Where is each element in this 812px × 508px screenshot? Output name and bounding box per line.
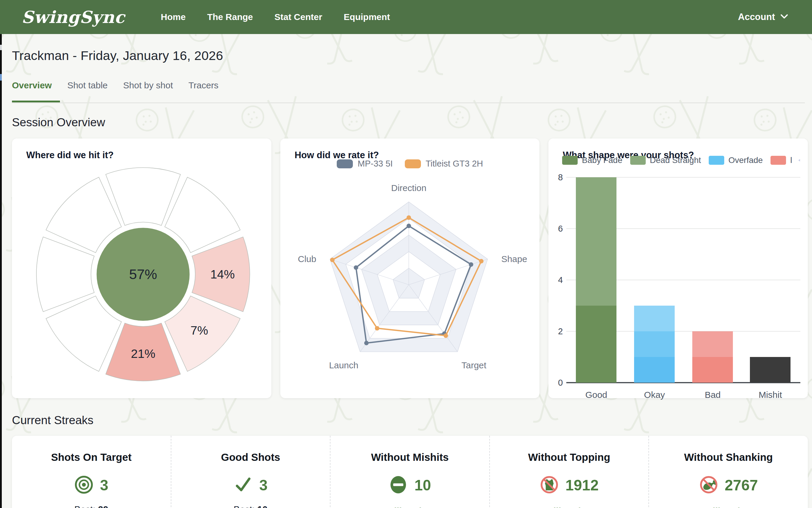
radar-point (354, 265, 358, 270)
page-title: Trackman - Friday, January 16, 2026 (12, 48, 808, 63)
x-category-label: Bad (683, 390, 742, 400)
legend-item-mp33[interactable]: MP-33 5I (337, 159, 393, 169)
nav-links: Home The Range Stat Center Equipment (161, 12, 390, 22)
y-tick-label: 0 (550, 378, 563, 388)
wheel-center-label: 57% (129, 266, 157, 282)
account-menu[interactable]: Account (738, 12, 788, 23)
chevron-down-icon (780, 14, 788, 20)
streak-status: Still Active! (649, 506, 808, 508)
bar-mishit[interactable] (750, 357, 790, 383)
card-title: Where did we hit it? (26, 150, 114, 161)
radar-point (479, 259, 483, 263)
bar-bad[interactable] (692, 331, 733, 383)
streak-without-shanking: Without Shanking 2767 (648, 436, 808, 508)
bar-segment[interactable] (634, 357, 675, 383)
legend-swatch (405, 159, 421, 168)
impact-wheel-chart: 14%7%21%57% (12, 138, 271, 398)
radar-point (330, 258, 334, 262)
nav-item-home[interactable]: Home (161, 12, 186, 22)
x-category-label: Good (566, 390, 626, 400)
sector-percent-label: 21% (131, 347, 155, 361)
legend-swatch (709, 156, 724, 165)
radar-axis-label: Shape (501, 254, 527, 264)
bar-segment[interactable] (750, 357, 790, 383)
bar-good[interactable] (576, 177, 616, 383)
account-label: Account (738, 12, 775, 23)
streak-value: 10 (414, 477, 431, 494)
nav-item-the-range[interactable]: The Range (207, 12, 253, 22)
tab-shot-table[interactable]: Shot table (67, 80, 108, 102)
streak-title: Good Shots (171, 451, 330, 463)
streaks-title: Current Streaks (12, 414, 808, 427)
streak-status: Still Active! (490, 506, 649, 508)
section-title: Session Overview (12, 116, 808, 129)
tab-tracers[interactable]: Tracers (188, 80, 218, 102)
nav-item-equipment[interactable]: Equipment (344, 12, 390, 22)
legend-label: MP-33 5I (358, 159, 393, 169)
wheel-sector-bottom-left[interactable] (46, 296, 122, 371)
legend-label: Titleist GT3 2H (426, 159, 483, 169)
streak-title: Without Shanking (649, 451, 808, 463)
bar-segment[interactable] (576, 177, 616, 306)
y-tick-label: 4 (550, 275, 563, 285)
nav-item-stat-center[interactable]: Stat Center (274, 12, 322, 22)
streaks-row: Shots On Target 3 Best: 29 Good Shots (12, 436, 808, 508)
card-how-did-we-rate-it: How did we rate it? MP-33 5I Titleist GT… (280, 138, 540, 398)
legend-swatch (630, 156, 646, 165)
swingsync-logo[interactable]: SwingSync (22, 7, 125, 27)
legend-item-dead-straight[interactable]: Dead Straight (630, 156, 701, 165)
target-icon (74, 475, 93, 496)
bar-segment[interactable] (576, 306, 616, 383)
legend-item-titleist[interactable]: Titleist GT3 2H (405, 159, 483, 169)
top-navbar: SwingSync Home The Range Stat Center Equ… (0, 0, 812, 34)
radar-point (407, 223, 411, 228)
bar-segment[interactable] (634, 306, 675, 331)
streak-title: Without Mishits (331, 451, 489, 463)
minus-circle-icon (389, 475, 408, 496)
legend-item-baby-fade[interactable]: Baby Fade (562, 156, 622, 165)
streak-value: 1912 (565, 477, 599, 494)
bar-segment[interactable] (634, 331, 675, 357)
legend-swatch (337, 159, 353, 168)
card-shot-shapes: What shape were your shots? Baby Fade De… (548, 138, 808, 398)
radar-point (375, 326, 379, 330)
radar-point (407, 215, 411, 220)
pager-prev-icon[interactable] (796, 156, 800, 164)
radar-point (469, 262, 473, 267)
tab-shot-by-shot[interactable]: Shot by shot (123, 80, 173, 102)
streak-value: 2767 (725, 477, 758, 494)
streak-title: Shots On Target (12, 451, 171, 463)
streak-status: Still Active! (331, 506, 489, 508)
legend-label: Baby Fade (582, 156, 622, 165)
streak-value: 3 (259, 477, 267, 494)
streak-best: Best: 29 (12, 504, 171, 508)
streak-without-topping: Without Topping 1912 Still Active! This … (489, 436, 649, 508)
tab-overview[interactable]: Overview (12, 80, 52, 102)
x-category-label: Mishit (740, 390, 800, 400)
streak-good-shots: Good Shots 3 Best: 10 (171, 436, 330, 508)
no-ham-icon (699, 475, 718, 496)
radar-point (364, 341, 369, 345)
y-tick-label: 2 (550, 327, 563, 336)
card-where-did-we-hit-it: Where did we hit it? 14%7%21%57% (12, 138, 271, 398)
legend-label: l (790, 156, 792, 165)
bar-segment[interactable] (692, 331, 733, 357)
sector-percent-label: 7% (190, 324, 208, 337)
legend-item-overfade[interactable]: Overfade (709, 156, 763, 165)
wheel-sector-top-left[interactable] (46, 177, 122, 253)
bar-legend: Baby Fade Dead Straight Overfade l 1/3 (562, 155, 800, 165)
legend-swatch (770, 156, 786, 165)
window-edge-strip (0, 34, 2, 508)
wheel-sector-top-right[interactable] (165, 177, 240, 253)
rating-radar-chart: DirectionShapeTargetLaunchClub (280, 138, 540, 398)
radar-axis-label: Launch (329, 360, 358, 370)
no-tank-top-icon (540, 475, 559, 496)
legend-item-truncated[interactable]: l (770, 156, 792, 165)
streak-title: Without Topping (490, 451, 649, 463)
bar-okay[interactable] (634, 306, 675, 383)
streak-best: Best: 10 (171, 504, 330, 508)
sector-percent-label: 14% (210, 267, 234, 281)
radar-point (443, 333, 448, 338)
session-overview-cards: Where did we hit it? 14%7%21%57% How did… (12, 138, 808, 398)
bar-segment[interactable] (692, 357, 733, 383)
